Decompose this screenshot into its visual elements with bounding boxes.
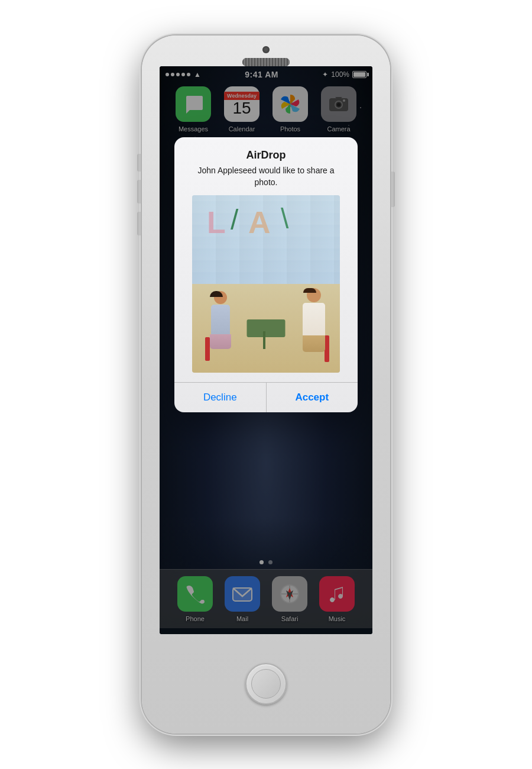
airdrop-overlay: AirDrop John Appleseed would like to sha… — [160, 66, 372, 634]
decline-button[interactable]: Decline — [174, 383, 267, 412]
accept-button[interactable]: Accept — [267, 383, 358, 412]
airdrop-shared-photo: L / A \ — [192, 195, 340, 373]
airdrop-modal: AirDrop John Appleseed would like to sha… — [174, 137, 358, 412]
front-camera — [262, 46, 270, 53]
airdrop-buttons: Decline Accept — [174, 383, 358, 412]
home-button[interactable] — [245, 663, 287, 705]
volume-up-button[interactable] — [137, 180, 141, 203]
phone-bottom — [245, 634, 287, 734]
phone-shell: ▲ 9:41 AM ✦ 100% — [142, 35, 390, 734]
phone-screen: ▲ 9:41 AM ✦ 100% — [160, 66, 372, 634]
volume-buttons — [137, 154, 141, 235]
power-button[interactable] — [391, 172, 395, 207]
airdrop-message: John Appleseed would like to share a pho… — [186, 165, 346, 188]
airdrop-header: AirDrop John Appleseed would like to sha… — [174, 137, 358, 195]
volume-down-button[interactable] — [137, 212, 141, 235]
photo-content: L / A \ — [192, 195, 340, 373]
mute-button[interactable] — [137, 154, 141, 172]
speaker — [242, 58, 290, 66]
phone-top — [142, 35, 390, 66]
airdrop-title: AirDrop — [186, 149, 346, 161]
home-button-inner — [251, 669, 281, 699]
